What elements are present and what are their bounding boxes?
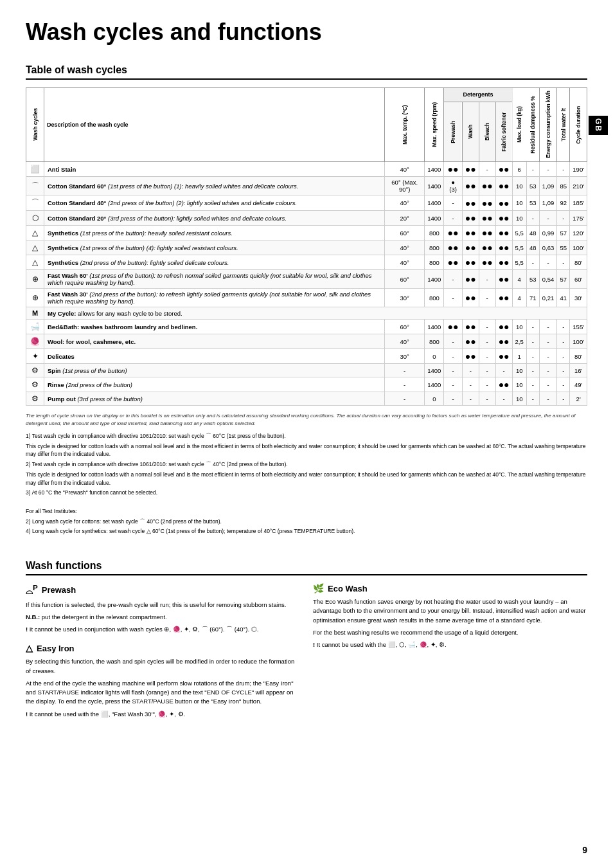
col-header-wash-cycles: Wash cycles (26, 87, 44, 162)
row-bleach: ● (479, 240, 495, 255)
col-header-duration: Cycle duration (570, 87, 587, 162)
row-bleach: - (479, 334, 495, 349)
easy-iron-icon: △ (26, 643, 33, 653)
row-temp: 60° (385, 270, 425, 289)
row-temp: 30° (385, 289, 425, 307)
row-icon: △ (26, 255, 44, 270)
row-bleach: ● (479, 226, 495, 240)
row-duration: 210' (570, 177, 587, 195)
row-softener: ● (495, 177, 512, 195)
row-energy: - (539, 334, 557, 349)
row-icon: 🧶 (26, 334, 44, 349)
eco-wash-icon: 🌿 (313, 583, 324, 593)
row-wash: ● (462, 289, 479, 307)
prewash-body: If this function is selected, the pre-wa… (26, 601, 300, 610)
page-number: 9 (582, 845, 587, 855)
row-wash: - (462, 364, 479, 377)
row-max-load: 10 (512, 392, 526, 406)
row-description: Bed&Bath: washes bathroom laundry and be… (44, 320, 385, 334)
eco-wash-section: 🌿 Eco Wash The Eco Wash function saves e… (313, 583, 587, 722)
row-max-load: 4 (512, 270, 526, 289)
row-bleach: ● (479, 177, 495, 195)
row-temp: 60° (385, 226, 425, 240)
row-description: Synthetics (2nd press of the button): li… (44, 255, 385, 270)
row-speed: 1400 (425, 195, 444, 211)
row-wash: ● (462, 334, 479, 349)
row-wash: ● (462, 226, 479, 240)
col-header-max-speed: Max. speed (rpm) (425, 87, 444, 162)
row-residual: - (526, 320, 539, 334)
row-speed: 1400 (425, 364, 444, 377)
row-speed: 800 (425, 334, 444, 349)
row-temp: 40° (385, 334, 425, 349)
row-speed: 1400 (425, 177, 444, 195)
row-max-load: 5,5 (512, 255, 526, 270)
table-section-title: Table of wash cycles (26, 64, 587, 80)
row-speed: 800 (425, 240, 444, 255)
row-speed: 1400 (425, 270, 444, 289)
prewash-section: ⌓P Prewash If this function is selected,… (26, 583, 300, 722)
row-max-load: 10 (512, 211, 526, 226)
row-water: 41 (557, 289, 570, 307)
table-row: ⚙ Pump out (3rd press of the button) - 0… (26, 392, 587, 406)
table-row: ✦ Delicates 30° 0 - ● - ● 1 - - - 80' (26, 349, 587, 364)
row-residual: 48 (526, 226, 539, 240)
row-duration: 120' (570, 226, 587, 240)
col-header-energy: Energy consumption kWh (539, 87, 557, 162)
row-prewash: ● (444, 240, 462, 255)
table-row: △ Synthetics (1st press of the button) (… (26, 240, 587, 255)
row-icon: ⚙ (26, 392, 44, 406)
wash-cycles-table: Wash cycles Description of the wash cycl… (26, 87, 587, 406)
row-bleach: - (479, 392, 495, 406)
eco-wash-body1: The Eco Wash function saves energy by no… (313, 597, 587, 625)
row-icon: ⊕ (26, 289, 44, 307)
row-prewash: - (444, 377, 462, 392)
row-softener: ● (495, 162, 512, 177)
row-duration: 30' (570, 289, 587, 307)
table-row: ⚙ Spin (1st press of the button) - 1400 … (26, 364, 587, 377)
row-icon: M (26, 307, 44, 320)
col-header-water: Total water lt (557, 87, 570, 162)
note-line: For all Test Institutes: (26, 507, 587, 516)
row-prewash: ● (3) (444, 177, 462, 195)
row-temp: 30° (385, 349, 425, 364)
row-energy: - (539, 320, 557, 334)
row-residual: 53 (526, 270, 539, 289)
row-residual: 53 (526, 195, 539, 211)
table-row: △ Synthetics (1st press of the button): … (26, 226, 587, 240)
row-prewash: - (444, 211, 462, 226)
row-energy: - (539, 255, 557, 270)
row-softener: ● (495, 211, 512, 226)
eco-wash-body2: For the best washing results we recommen… (313, 628, 587, 637)
row-description: Wool: for wool, cashmere, etc. (44, 334, 385, 349)
row-wash: ● (462, 349, 479, 364)
col-header-description: Description of the wash cycle (44, 87, 385, 162)
col-header-prewash: Prewash (444, 102, 462, 162)
row-wash: ● (462, 240, 479, 255)
row-temp: 60° (385, 320, 425, 334)
row-energy: - (539, 364, 557, 377)
row-water: 57 (557, 270, 570, 289)
row-wash: ● (462, 177, 479, 195)
row-duration: 80' (570, 349, 587, 364)
col-header-wash: Wash (462, 102, 479, 162)
row-icon: ⊕ (26, 270, 44, 289)
row-wash: ● (462, 162, 479, 177)
row-temp: 40° (385, 162, 425, 177)
row-max-load: 6 (512, 162, 526, 177)
row-max-load: 10 (512, 364, 526, 377)
row-energy: - (539, 349, 557, 364)
page-title: Wash cycles and functions (26, 19, 587, 45)
note-line: 3) At 60 °C the "Prewash" function canno… (26, 489, 587, 497)
row-duration: 60' (570, 270, 587, 289)
row-max-load: 10 (512, 195, 526, 211)
row-icon: 🛁 (26, 320, 44, 334)
row-description: Cotton Standard 20° (3rd press of the bu… (44, 211, 385, 226)
row-description: Cotton Standard 40° (2nd press of the bu… (44, 195, 385, 211)
row-water: - (557, 377, 570, 392)
row-duration: 2' (570, 392, 587, 406)
row-water: 55 (557, 240, 570, 255)
row-description: Synthetics (1st press of the button) (4)… (44, 240, 385, 255)
easy-iron-body1: By selecting this function, the wash and… (26, 657, 300, 676)
row-prewash: - (444, 334, 462, 349)
